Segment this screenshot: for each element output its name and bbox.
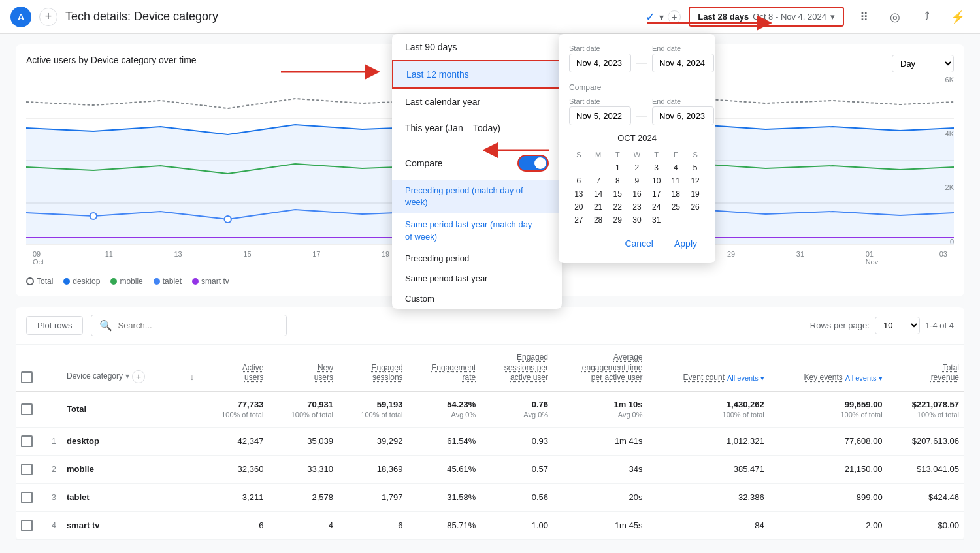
calendar-day-21[interactable]: 21 (589, 200, 608, 213)
start-date-input[interactable] (569, 54, 631, 72)
title-icons: ✓ ▾ + (645, 10, 681, 24)
key-events-filter[interactable]: All events ▾ (845, 373, 883, 383)
calendar-day-17[interactable]: 17 (647, 187, 666, 200)
calendar-day-empty (666, 213, 686, 227)
row4-checkbox[interactable] (21, 520, 33, 531)
compare-option-custom[interactable]: Custom (392, 289, 562, 309)
dropdown-item-12months[interactable]: Last 12 months (392, 60, 562, 89)
dow-t1: T (608, 148, 627, 161)
new-users-col-header: Newusers (314, 363, 333, 383)
cancel-button[interactable]: Cancel (617, 234, 661, 253)
dropdown-item-this-year[interactable]: This year (Jan – Today) (392, 115, 562, 141)
calendar-day-4[interactable]: 4 (666, 161, 686, 174)
compare-toggle[interactable] (517, 155, 549, 172)
calendar-day-26[interactable]: 26 (685, 200, 705, 213)
chevron-down-icon[interactable]: ▾ (659, 12, 664, 22)
calendar-day-16[interactable]: 16 (627, 187, 647, 200)
device-category-filter-icon[interactable]: ▾ (125, 371, 129, 382)
total-label: Total (67, 404, 86, 414)
legend-total-icon (26, 277, 34, 285)
calendar-day-15[interactable]: 15 (608, 187, 627, 200)
search-input[interactable] (118, 321, 278, 330)
calendar-day-30[interactable]: 30 (627, 213, 647, 227)
end-date-field: End date (652, 44, 714, 72)
legend-mobile-label: mobile (120, 277, 142, 286)
date-range-button[interactable]: Last 28 days Oct 8 - Nov 4, 2024 ▾ (689, 7, 844, 27)
legend-smarttv-icon (192, 278, 199, 285)
calendar-day-7[interactable]: 7 (589, 174, 608, 187)
check-icon: ✓ (645, 10, 655, 24)
row1-checkbox[interactable] (21, 435, 33, 447)
compare-option-same-year[interactable]: Same period last year (392, 268, 562, 289)
calendar-day-23[interactable]: 23 (627, 200, 647, 213)
header: A + Tech details: Device category ✓ ▾ + … (0, 0, 980, 34)
time-granularity-select[interactable]: DayWeekMonth (892, 55, 954, 72)
calendar-day-empty (685, 213, 705, 227)
event-count-filter[interactable]: All events ▾ (727, 373, 764, 383)
row3-checkbox[interactable] (21, 492, 33, 503)
calendar-day-14[interactable]: 14 (589, 187, 608, 200)
chart-type-button[interactable]: ⠿ (852, 5, 875, 29)
calendar-day-19[interactable]: 19 (685, 187, 705, 200)
event-count-col-header: Event count (683, 373, 725, 383)
calendar-day-28[interactable]: 28 (589, 213, 608, 227)
compare-option-same-year-dow[interactable]: Same period last year (match dayof week) (392, 213, 562, 247)
end-date-input[interactable] (652, 54, 714, 72)
add-column-button[interactable]: + (132, 370, 145, 383)
calendar-day-8[interactable]: 8 (608, 174, 627, 187)
calendar-day-29[interactable]: 29 (608, 213, 627, 227)
search-box: 🔍 (91, 315, 287, 336)
apply-button[interactable]: Apply (666, 234, 705, 253)
legend-total: Total (26, 277, 53, 286)
calendar-day-11[interactable]: 11 (666, 174, 686, 187)
calendar-day-3[interactable]: 3 (647, 161, 666, 174)
add-tab-button[interactable]: + (39, 8, 57, 26)
dropdown-item-90days[interactable]: Last 90 days (392, 34, 562, 60)
row2-checkbox[interactable] (21, 464, 33, 475)
dow-w: W (627, 148, 647, 161)
calendar-day-13[interactable]: 13 (569, 187, 589, 200)
add-page-button[interactable]: + (668, 10, 681, 24)
compare-option-preceding-dow[interactable]: Preceding period (match day ofweek) (392, 180, 562, 213)
compare-option-preceding[interactable]: Preceding period (392, 248, 562, 268)
calendar-day-12[interactable]: 12 (685, 174, 705, 187)
calendar-day-9[interactable]: 9 (627, 174, 647, 187)
rows-per-page: Rows per page: 102550 1-4 of 4 (810, 317, 954, 334)
calendar-day-10[interactable]: 10 (647, 174, 666, 187)
calendar-day-20[interactable]: 20 (569, 200, 589, 213)
table-row: 4 smart tv 6 4 6 85.71% 1.00 1m 45s 84 2… (16, 511, 964, 539)
calendar-day-25[interactable]: 25 (666, 200, 686, 213)
calendar-day-1[interactable]: 1 (608, 161, 627, 174)
calendar-day-2[interactable]: 2 (627, 161, 647, 174)
calendar-day-27[interactable]: 27 (569, 213, 589, 227)
rows-per-page-select[interactable]: 102550 (875, 317, 920, 334)
plot-rows-button[interactable]: Plot rows (26, 316, 83, 335)
compare-label: Compare (405, 158, 443, 168)
calendar-day-18[interactable]: 18 (666, 187, 686, 200)
search-icon: 🔍 (99, 319, 112, 332)
dow-s1: S (569, 148, 589, 161)
share-button[interactable]: ⤴ (915, 5, 938, 29)
select-all-checkbox[interactable] (21, 371, 33, 383)
dropdown-item-calendar-year[interactable]: Last calendar year (392, 89, 562, 115)
compare-end-input[interactable] (652, 106, 714, 125)
calendar-day-empty (569, 161, 589, 174)
calendar-day-31[interactable]: 31 (647, 213, 666, 227)
legend-smarttv-label: smart tv (201, 277, 229, 286)
legend-tablet-label: tablet (163, 277, 182, 286)
calendar-dow-row: S M T W T F S (569, 148, 705, 161)
more-button[interactable]: ⚡ (946, 5, 970, 29)
legend-tablet-icon (154, 278, 160, 285)
engagement-rate-col-header: Engagementrate (431, 363, 476, 383)
calendar-day-6[interactable]: 6 (569, 174, 589, 187)
calendar-day-22[interactable]: 22 (608, 200, 627, 213)
insights-button[interactable]: ◎ (883, 5, 907, 29)
engaged-sessions-col-header: Engagedsessions (372, 363, 403, 383)
compare-start-input[interactable] (569, 106, 631, 125)
calendar-day-5[interactable]: 5 (685, 161, 705, 174)
sort-arrow-icon[interactable]: ↓ (190, 373, 194, 382)
calendar-day-24[interactable]: 24 (647, 200, 666, 213)
calendar-month-header: OCT 2024 (569, 133, 705, 143)
total-checkbox[interactable] (21, 403, 33, 415)
legend-tablet: tablet (154, 277, 182, 286)
